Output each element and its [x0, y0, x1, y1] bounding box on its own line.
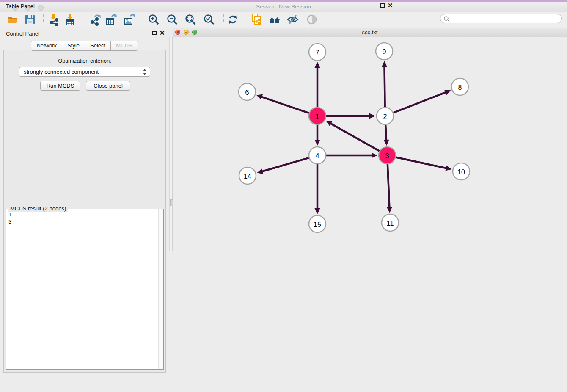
first-neighbors-icon[interactable] [268, 13, 281, 26]
result-scrollbar[interactable] [158, 209, 163, 369]
control-panel-title: Control Panel [6, 30, 39, 37]
table-panel-title: Table Panel [6, 3, 35, 9]
open-session-icon[interactable] [6, 13, 19, 26]
import-table-icon[interactable] [64, 13, 77, 26]
tab-mcds[interactable]: MCDS [110, 41, 138, 51]
toolbar-separator [223, 14, 224, 25]
hide-selected-icon[interactable] [286, 13, 299, 26]
edge-arrowhead [257, 168, 263, 174]
float-panel-icon[interactable] [152, 31, 157, 35]
mcds-result-line: 1 [6, 211, 158, 218]
graph-node-label: 3 [385, 152, 389, 160]
search-input[interactable] [440, 14, 562, 23]
mcds-result-line: 3 [6, 218, 158, 225]
app-title: Session: New Session [0, 3, 567, 10]
graph-node-label: 6 [245, 89, 249, 96]
edge-2-9[interactable] [384, 66, 385, 107]
edge-arrowhead [445, 166, 451, 171]
control-panel-tabs: Network Style Select MCDS [0, 41, 169, 51]
toolbar-separator [43, 14, 44, 25]
criterion-select[interactable]: strongly connected component [19, 67, 150, 77]
graph-node-label: 9 [383, 48, 386, 55]
export-network-icon[interactable] [89, 13, 102, 26]
mcds-result-box: MCDS result (2 nodes) 13 [6, 209, 164, 370]
edge-arrowhead [256, 94, 263, 99]
clone-network-icon[interactable] [250, 13, 263, 26]
edge-3-1[interactable] [330, 123, 379, 151]
network-title: scc.txt [173, 29, 567, 36]
edge-arrowhead [369, 113, 375, 119]
network-canvas[interactable]: 1234678910111415 [173, 28, 567, 241]
control-panel: Control Panel ✕ Network Style Select MCD… [0, 28, 169, 377]
edge-2-8[interactable] [394, 92, 446, 113]
zoom-selected-icon[interactable] [203, 13, 215, 26]
close-panel-button[interactable]: Close panel [86, 81, 130, 91]
graph-node-label: 2 [383, 113, 387, 120]
edge-3-10[interactable] [396, 157, 447, 168]
graph-node-label: 10 [457, 168, 465, 176]
graph-node-label: 14 [244, 173, 251, 180]
import-network-icon[interactable] [48, 13, 61, 26]
edge-arrowhead [372, 153, 377, 158]
export-image-icon[interactable] [123, 13, 136, 26]
edge-arrowhead [315, 208, 320, 214]
tab-network[interactable]: Network [31, 41, 62, 51]
tab-style[interactable]: Style [62, 41, 85, 51]
graph-node-label: 4 [316, 152, 319, 160]
criterion-value: strongly connected component [24, 69, 99, 75]
run-mcds-button[interactable]: Run MCDS [40, 81, 80, 91]
zoom-in-icon[interactable] [147, 13, 160, 26]
mcds-panel-body: Optimization criterion: strongly connect… [3, 50, 166, 373]
edge-3-11[interactable] [388, 164, 390, 208]
edge-1-6[interactable] [261, 97, 309, 113]
search-icon [443, 16, 450, 22]
optimization-criterion-label: Optimization criterion: [4, 58, 165, 64]
network-window: ✕ − + scc.txt 1234678910111415 [173, 28, 567, 251]
edge-arrowhead [384, 140, 389, 146]
zoom-out-icon[interactable] [166, 13, 179, 26]
export-table-icon[interactable] [105, 13, 117, 26]
mcds-result-list: 13 [6, 211, 158, 369]
save-session-icon[interactable] [24, 13, 36, 26]
graph-node-label: 11 [387, 220, 394, 227]
control-panel-titlebar: Control Panel ✕ [0, 28, 169, 40]
close-table-panel-icon[interactable]: ✕ [388, 2, 393, 9]
graph-node-label: 15 [314, 221, 321, 228]
edge-arrowhead [315, 140, 320, 146]
zoom-fit-icon[interactable] [184, 13, 197, 26]
edge-arrowhead [387, 207, 392, 213]
graph-node-label: 7 [316, 49, 319, 56]
tab-select[interactable]: Select [85, 41, 111, 51]
edge-arrowhead [315, 62, 320, 68]
main-toolbar [0, 12, 567, 27]
edge-4-14[interactable] [262, 158, 309, 171]
refresh-icon[interactable] [226, 13, 239, 26]
graph-node-label: 8 [458, 84, 462, 91]
show-all-icon[interactable] [306, 13, 318, 26]
toolbar-separator [145, 14, 145, 25]
toolbar-separator [87, 14, 87, 25]
graph-node-label: 1 [316, 113, 319, 120]
network-titlebar: ✕ − + scc.txt [173, 28, 567, 37]
toolbar-separator [247, 14, 247, 25]
panel-splitter[interactable] [169, 37, 173, 251]
edge-2-3[interactable] [385, 125, 386, 141]
float-table-panel-icon[interactable] [380, 3, 385, 8]
edge-arrowhead [382, 61, 387, 67]
app-titlebar: Session: New Session [0, 2, 567, 12]
select-stepper-icon [143, 69, 147, 75]
close-panel-icon[interactable]: ✕ [160, 30, 165, 36]
